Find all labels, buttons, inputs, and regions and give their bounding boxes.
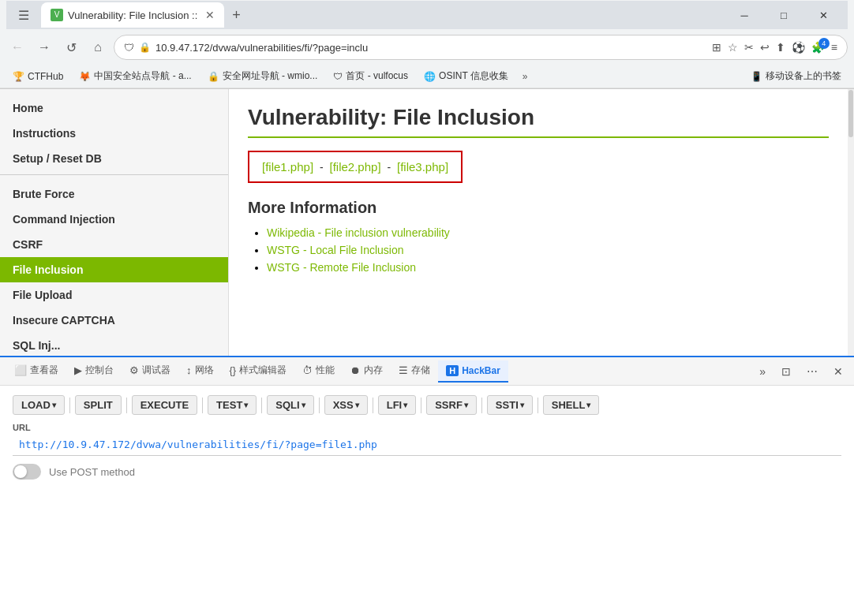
sidebar-item-commandinjection[interactable]: Command Injection	[0, 207, 228, 232]
hb-shell-btn[interactable]: SHELL ▾	[543, 395, 600, 415]
hb-sqli-btn[interactable]: SQLI ▾	[267, 395, 313, 415]
dt-tab-hackbar[interactable]: H HackBar	[438, 360, 508, 383]
extension-icon[interactable]: ⚽	[792, 41, 805, 54]
hb-sep5	[319, 398, 320, 413]
hb-lfi-btn[interactable]: LFI ▾	[378, 395, 417, 415]
security-icon: 🛡	[124, 42, 134, 54]
share-icon[interactable]: ⬆	[776, 41, 785, 54]
forward-button[interactable]: →	[33, 36, 55, 58]
dt-tab-style-label: 样式编辑器	[239, 364, 287, 377]
hb-sep7	[421, 398, 421, 413]
hb-sep9	[537, 398, 538, 413]
home-button[interactable]: ⌂	[87, 36, 109, 58]
translate-icon[interactable]: ⊞	[712, 41, 721, 54]
devtools-panel: ⬜ 查看器 ▶ 控制台 ⚙ 调试器 ↕ 网络 {} 样式编辑器 ⏱ 性能 ⏺ 内…	[0, 356, 854, 562]
hb-load-label: LOAD	[21, 399, 51, 411]
go-back-icon[interactable]: ↩	[760, 41, 770, 54]
dt-more-btn[interactable]: »	[755, 362, 770, 381]
sidebar-item-csrf[interactable]: CSRF	[0, 232, 228, 257]
separator-2: -	[387, 161, 394, 174]
bookmark-wmio-label: 安全网址导航 - wmio...	[223, 69, 318, 83]
sidebar-item-instructions[interactable]: Instructions	[0, 121, 228, 146]
sidebar-toggle[interactable]: ☰	[13, 4, 35, 26]
dt-options-btn[interactable]: ⋯	[802, 362, 822, 381]
list-item: WSTG - Local File Inclusion	[267, 244, 829, 256]
hb-ssti-btn[interactable]: SSTI ▾	[487, 395, 533, 415]
bookmark-icon[interactable]: ☆	[728, 41, 738, 54]
hb-execute-btn[interactable]: EXECUTE	[132, 395, 197, 415]
maximize-button[interactable]: □	[766, 4, 802, 26]
bookmark-vulfocus[interactable]: 🛡 首页 - vulfocus	[327, 68, 414, 84]
dt-tab-inspector-label: 查看器	[30, 364, 58, 377]
bookmark-ctfhub[interactable]: 🏆 CTFHub	[6, 69, 69, 84]
sidebar-item-bruteforce[interactable]: Brute Force	[0, 181, 228, 207]
console-icon: ▶	[74, 364, 82, 376]
bookmark-cn-security[interactable]: 🦊 中国安全站点导航 - a...	[73, 68, 197, 84]
close-button[interactable]: ✕	[805, 4, 841, 26]
sidebar-item-fileinclusion[interactable]: File Inclusion	[0, 257, 228, 282]
hb-test-btn[interactable]: TEST ▾	[208, 395, 257, 415]
hb-load-btn[interactable]: LOAD ▾	[13, 395, 65, 415]
sidebar-item-home[interactable]: Home	[0, 95, 228, 121]
bookmark-vulfocus-label: 首页 - vulfocus	[346, 69, 408, 83]
file3-link[interactable]: [file3.php]	[397, 160, 448, 174]
bookmark-osint[interactable]: 🌐 OSINT 信息收集	[418, 68, 515, 84]
dt-close-btn[interactable]: ✕	[829, 362, 848, 381]
perf-icon: ⏱	[302, 364, 313, 376]
url-bar[interactable]: 🛡 🔒 10.9.47.172/dvwa/vulnerabilities/fi/…	[114, 35, 848, 60]
puzzle-icon[interactable]: 🧩4	[811, 41, 825, 54]
hb-xss-btn[interactable]: XSS ▾	[324, 395, 368, 415]
dt-tab-debugger[interactable]: ⚙ 调试器	[122, 359, 178, 383]
hb-sep8	[481, 398, 482, 413]
mobile-bookmarks[interactable]: 📱 移动设备上的书签	[744, 68, 848, 84]
sidebar-item-setup[interactable]: Setup / Reset DB	[0, 146, 228, 171]
file1-link[interactable]: [file1.php]	[262, 160, 313, 174]
hackbar-toolbar: LOAD ▾ SPLIT EXECUTE TEST ▾ SQLI ▾	[13, 395, 841, 415]
dt-tab-console[interactable]: ▶ 控制台	[66, 359, 122, 383]
dt-tab-perf[interactable]: ⏱ 性能	[294, 359, 343, 383]
tab-close-btn[interactable]: ✕	[205, 9, 215, 21]
lock-icon: 🔒	[139, 42, 151, 53]
post-method-toggle[interactable]	[13, 464, 41, 480]
back-button[interactable]: ←	[6, 36, 28, 58]
dt-undock-btn[interactable]: ⊡	[777, 362, 796, 381]
hb-ssrf-btn[interactable]: SSRF ▾	[426, 395, 477, 415]
wstg-remote-link[interactable]: WSTG - Remote File Inclusion	[267, 261, 416, 274]
menu-icon[interactable]: ≡	[831, 41, 837, 54]
reload-button[interactable]: ↺	[60, 36, 82, 58]
url-input[interactable]	[13, 434, 841, 456]
sidebar-item-fileupload[interactable]: File Upload	[0, 282, 228, 308]
dt-tab-storage[interactable]: ☰ 存储	[391, 359, 438, 383]
sidebar-item-sqlinjection[interactable]: SQL Inj...	[0, 333, 228, 356]
post-method-row: Use POST method	[13, 464, 841, 480]
file2-link[interactable]: [file2.php]	[330, 160, 381, 174]
hb-xss-arrow: ▾	[355, 401, 359, 409]
scrollbar[interactable]	[848, 89, 854, 356]
hb-split-btn[interactable]: SPLIT	[75, 395, 122, 415]
post-method-label: Use POST method	[49, 466, 135, 478]
dt-tab-style[interactable]: {} 样式编辑器	[222, 359, 295, 383]
more-bookmarks-btn[interactable]: »	[518, 69, 533, 84]
tab-bar: ☰ V Vulnerability: File Inclusion :: ✕ +…	[6, 1, 848, 29]
minimize-button[interactable]: ─	[726, 4, 762, 26]
hb-ssti-arrow: ▾	[520, 401, 524, 409]
wikipedia-link[interactable]: Wikipedia - File inclusion vulnerability	[267, 226, 450, 239]
page-content: Home Instructions Setup / Reset DB Brute…	[0, 89, 854, 356]
sidebar-item-captcha[interactable]: Insecure CAPTCHA	[0, 308, 228, 333]
wstg-local-link[interactable]: WSTG - Local File Inclusion	[267, 244, 404, 256]
active-tab[interactable]: V Vulnerability: File Inclusion :: ✕	[41, 2, 224, 28]
hb-shell-arrow: ▾	[586, 401, 590, 409]
dt-tab-network[interactable]: ↕ 网络	[178, 359, 222, 383]
hb-lfi-label: LFI	[387, 399, 403, 411]
dt-tab-inspector[interactable]: ⬜ 查看器	[6, 359, 66, 383]
dt-tab-memory[interactable]: ⏺ 内存	[343, 359, 391, 383]
screenshot-icon[interactable]: ✂	[744, 41, 754, 54]
cn-security-icon: 🦊	[79, 71, 91, 82]
bookmark-wmio[interactable]: 🔒 安全网址导航 - wmio...	[201, 68, 324, 84]
separator-1: -	[320, 161, 327, 174]
new-tab-button[interactable]: +	[227, 6, 245, 25]
hb-load-arrow: ▾	[52, 401, 56, 409]
url-display: 10.9.47.172/dvwa/vulnerabilities/fi/?pag…	[155, 42, 707, 54]
inspector-icon: ⬜	[14, 364, 27, 376]
scrollbar-thumb[interactable]	[848, 90, 853, 137]
